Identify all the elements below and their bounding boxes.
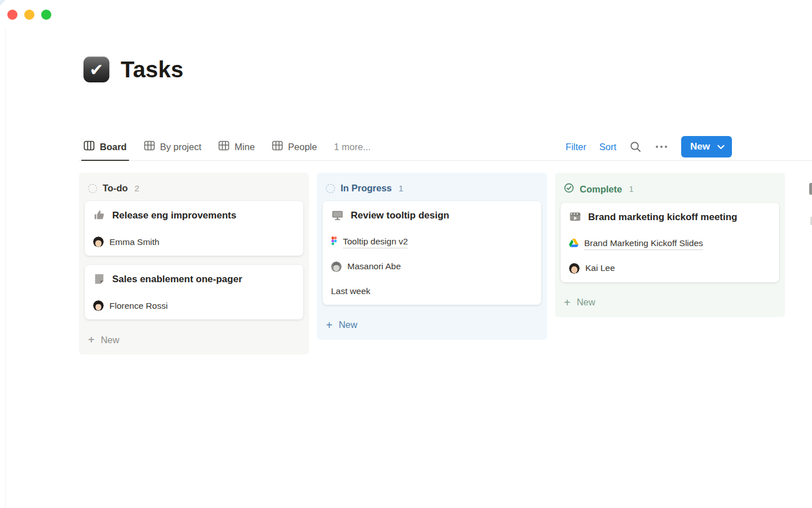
card-title: Sales enablement one-pager — [112, 272, 242, 287]
tab-board[interactable]: Board — [83, 133, 127, 160]
linked-file-label[interactable]: Brand Marketing Kickoff Slides — [584, 238, 703, 250]
monitor-icon — [331, 209, 344, 224]
column-count: 1 — [629, 184, 634, 194]
window-controls — [7, 10, 51, 20]
column-title: Complete — [580, 184, 622, 195]
more-views-button[interactable]: 1 more... — [334, 142, 370, 152]
zoom-window-button[interactable] — [41, 10, 51, 20]
close-window-button[interactable] — [7, 10, 17, 20]
assignee-name: Kai Lee — [585, 263, 615, 273]
task-card[interactable]: Brand marketing kickoff meeting Brand Ma… — [561, 203, 779, 282]
table-icon — [144, 140, 155, 154]
thumbs-up-icon — [93, 209, 105, 224]
status-todo-icon — [88, 184, 97, 193]
film-icon — [569, 211, 581, 225]
toolbar-controls: Filter Sort New — [566, 133, 732, 160]
linked-file-label[interactable]: Tooltip design v2 — [343, 237, 408, 248]
view-tabs: Board By project Mine People 1 more... — [83, 133, 370, 160]
new-button-label: New — [690, 141, 710, 152]
column-in-progress: In Progress 1 Review tooltip design Tool… — [317, 173, 547, 340]
table-icon — [218, 140, 230, 154]
column-title: To-do — [103, 183, 128, 194]
task-card[interactable]: Review tooltip design Tooltip design v2 … — [323, 201, 541, 305]
assignee-property: Florence Rossi — [93, 300, 295, 311]
column-count: 1 — [399, 183, 404, 194]
linked-file-property[interactable]: Tooltip design v2 — [331, 237, 533, 248]
page-checkmark-icon[interactable]: ✔ — [83, 56, 109, 82]
figma-icon — [331, 237, 337, 248]
avatar — [93, 237, 104, 247]
avatar — [93, 300, 104, 311]
chevron-down-icon[interactable] — [717, 142, 725, 152]
more-options-icon[interactable] — [655, 144, 668, 149]
linked-file-property[interactable]: Brand Marketing Kickoff Slides — [569, 238, 771, 250]
search-icon[interactable] — [629, 141, 642, 153]
task-card[interactable]: Sales enablement one-pager Florence Ross… — [85, 265, 303, 319]
column-complete: Complete 1 Brand marketing kickoff meeti… — [555, 173, 785, 317]
minimize-window-button[interactable] — [24, 10, 34, 20]
filter-button[interactable]: Filter — [566, 142, 586, 152]
avatar — [331, 261, 342, 272]
hidden-column-peek — [809, 183, 812, 195]
column-title: In Progress — [341, 183, 392, 194]
date-value: Last week — [331, 286, 370, 296]
sort-button[interactable]: Sort — [599, 142, 616, 152]
plus-icon: + — [564, 297, 571, 308]
column-todo-header[interactable]: To-do 2 — [85, 177, 303, 201]
add-card-label: New — [577, 297, 595, 308]
add-card-button[interactable]: + New — [561, 291, 779, 313]
assignee-name: Emma Smith — [109, 237, 160, 247]
tab-people[interactable]: People — [272, 133, 317, 160]
card-title: Release eng improvements — [112, 208, 236, 223]
add-card-button[interactable]: + New — [85, 329, 303, 350]
assignee-name: Florence Rossi — [109, 301, 167, 311]
assignee-property: Kai Lee — [569, 263, 771, 274]
add-card-button[interactable]: + New — [323, 314, 541, 335]
board-icon — [83, 140, 95, 154]
status-complete-icon — [564, 183, 574, 195]
column-count: 2 — [135, 183, 140, 194]
card-title: Review tooltip design — [351, 208, 449, 223]
card-title: Brand marketing kickoff meeting — [588, 210, 738, 225]
assignee-property: Emma Smith — [93, 237, 295, 247]
assignee-property: Masanori Abe — [331, 261, 533, 272]
status-in-progress-icon — [326, 184, 335, 193]
tab-people-label: People — [288, 142, 317, 152]
window-corner — [0, 0, 6, 6]
tab-mine[interactable]: Mine — [218, 133, 255, 160]
note-icon — [93, 273, 105, 287]
avatar — [569, 263, 580, 274]
plus-icon: + — [326, 319, 333, 331]
window-left-edge — [5, 27, 6, 508]
new-button[interactable]: New — [681, 136, 732, 157]
column-in-progress-header[interactable]: In Progress 1 — [323, 177, 541, 201]
google-drive-icon — [569, 239, 579, 249]
tab-mine-label: Mine — [235, 142, 255, 152]
add-card-label: New — [339, 319, 358, 330]
assignee-name: Masanori Abe — [347, 261, 401, 271]
tab-board-label: Board — [100, 142, 127, 152]
add-card-label: New — [101, 335, 120, 345]
view-toolbar: Board By project Mine People 1 more... F… — [79, 133, 812, 161]
column-complete-header[interactable]: Complete 1 — [561, 177, 779, 203]
task-card[interactable]: Release eng improvements Emma Smith — [85, 201, 303, 256]
date-property: Last week — [331, 286, 533, 296]
page-header: ✔ Tasks — [83, 56, 183, 82]
plus-icon: + — [88, 334, 95, 345]
column-todo: To-do 2 Release eng improvements Emma Sm… — [79, 173, 309, 354]
kanban-board: To-do 2 Release eng improvements Emma Sm… — [79, 173, 785, 354]
tab-by-project[interactable]: By project — [144, 133, 201, 160]
table-icon — [272, 140, 283, 154]
tab-by-project-label: By project — [160, 142, 201, 152]
page-title[interactable]: Tasks — [121, 57, 183, 82]
